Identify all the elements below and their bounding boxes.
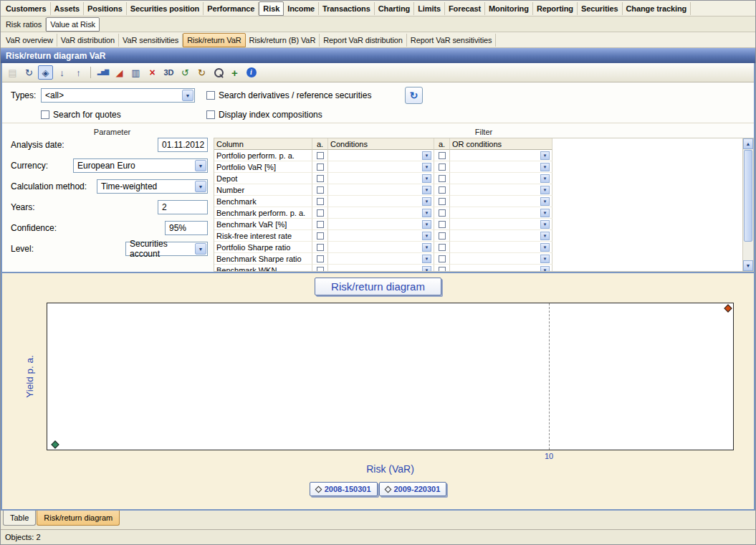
- or-checkbox[interactable]: [439, 221, 446, 228]
- calculation-method-select[interactable]: Time-weighted ▼: [97, 179, 208, 194]
- dropdown-arrow-icon[interactable]: ▼: [422, 209, 431, 217]
- rotate-icon[interactable]: ↺: [178, 65, 193, 80]
- types-select[interactable]: <all> ▼: [41, 88, 195, 103]
- and-checkbox[interactable]: [317, 255, 324, 262]
- condition-dropdown[interactable]: ▼: [328, 207, 434, 219]
- and-checkbox[interactable]: [317, 267, 324, 272]
- sort-ascending-icon[interactable]: ↑: [71, 65, 86, 80]
- risk-sub-tab[interactable]: Value at Risk: [46, 17, 100, 32]
- or-conditions-header[interactable]: OR conditions: [450, 138, 552, 150]
- confidence-input[interactable]: 95%: [165, 221, 208, 235]
- or-condition-dropdown[interactable]: ▼: [450, 150, 552, 161]
- condition-dropdown[interactable]: ▼: [328, 253, 434, 265]
- bottom-tab[interactable]: Table: [3, 511, 36, 526]
- conditions-header[interactable]: Conditions: [328, 138, 434, 150]
- dropdown-arrow-icon[interactable]: ▼: [422, 151, 431, 160]
- risk-sub-tab[interactable]: Risk ratios: [2, 18, 46, 31]
- bar-chart-icon[interactable]: ▂▅▇: [95, 65, 110, 80]
- and-checkbox[interactable]: [317, 232, 324, 240]
- info-icon[interactable]: i: [244, 65, 259, 80]
- and-header[interactable]: a.: [312, 138, 328, 150]
- dropdown-arrow-icon[interactable]: ▼: [540, 266, 550, 272]
- benchmark-chart-icon[interactable]: ◢: [112, 65, 127, 80]
- scrollbar-track[interactable]: [743, 242, 753, 260]
- dropdown-arrow-icon[interactable]: ▼: [540, 186, 550, 194]
- var-tab[interactable]: VaR distribution: [57, 34, 119, 47]
- dropdown-arrow-icon[interactable]: ▼: [540, 151, 550, 160]
- or-checkbox[interactable]: [439, 186, 446, 194]
- dropdown-arrow-icon[interactable]: ▼: [540, 163, 550, 171]
- dropdown-arrow-icon[interactable]: ▼: [540, 243, 550, 252]
- reset-view-icon[interactable]: ↻: [194, 65, 209, 80]
- dropdown-arrow-icon[interactable]: ▼: [422, 186, 431, 194]
- or-condition-dropdown[interactable]: ▼: [450, 184, 552, 196]
- menu-tab[interactable]: Change tracking: [623, 2, 692, 15]
- menu-tab[interactable]: Income: [284, 2, 319, 15]
- condition-dropdown[interactable]: ▼: [328, 219, 434, 230]
- or-condition-dropdown[interactable]: ▼: [450, 196, 552, 207]
- condition-dropdown[interactable]: ▼: [328, 184, 434, 196]
- chart-title-button[interactable]: Risk/return diagram: [315, 278, 441, 295]
- menu-tab[interactable]: Limits: [414, 2, 445, 15]
- menu-tab[interactable]: Risk: [259, 1, 284, 16]
- dropdown-arrow-icon[interactable]: ▼: [422, 232, 431, 240]
- and-checkbox[interactable]: [317, 198, 324, 205]
- run-search-button[interactable]: ↻: [405, 87, 423, 104]
- and-header-2[interactable]: a.: [434, 138, 450, 150]
- or-condition-dropdown[interactable]: ▼: [450, 242, 552, 253]
- data-point[interactable]: [724, 304, 732, 312]
- var-tab[interactable]: Risk/return (B) VaR: [246, 34, 320, 47]
- menu-tab[interactable]: Securities: [578, 2, 623, 15]
- dropdown-arrow-icon[interactable]: ▼: [422, 163, 431, 171]
- var-tab[interactable]: Report VaR sensitivities: [407, 34, 497, 47]
- dropdown-arrow-icon[interactable]: ▼: [540, 209, 550, 217]
- scroll-down-button[interactable]: ▼: [743, 260, 753, 271]
- or-checkbox[interactable]: [439, 175, 446, 182]
- var-tab[interactable]: Report VaR distribution: [320, 34, 407, 47]
- or-checkbox[interactable]: [439, 198, 446, 205]
- copy-icon[interactable]: ▤: [5, 65, 20, 80]
- var-tab[interactable]: VaR overview: [2, 34, 57, 47]
- dropdown-arrow-icon[interactable]: ▼: [195, 160, 206, 171]
- var-tab[interactable]: VaR sensitivities: [119, 34, 183, 47]
- or-checkbox[interactable]: [439, 267, 446, 272]
- dropdown-arrow-icon[interactable]: ▼: [195, 243, 206, 255]
- dropdown-arrow-icon[interactable]: ▼: [540, 232, 550, 240]
- menu-tab[interactable]: Assets: [51, 2, 84, 15]
- condition-dropdown[interactable]: ▼: [328, 150, 434, 161]
- or-condition-dropdown[interactable]: ▼: [450, 161, 552, 173]
- dropdown-arrow-icon[interactable]: ▼: [422, 220, 431, 229]
- condition-dropdown[interactable]: ▼: [328, 173, 434, 184]
- sort-descending-icon[interactable]: ↓: [54, 65, 70, 80]
- 2009-220301[interactable]: 2009-220301: [379, 482, 447, 496]
- dropdown-arrow-icon[interactable]: ▼: [422, 243, 431, 252]
- dropdown-arrow-icon[interactable]: ▼: [422, 197, 431, 206]
- and-checkbox[interactable]: [317, 175, 324, 182]
- condition-dropdown[interactable]: ▼: [328, 265, 434, 272]
- condition-dropdown[interactable]: ▼: [328, 196, 434, 207]
- scroll-up-button[interactable]: ▲: [743, 138, 753, 149]
- menu-tab[interactable]: Monitoring: [485, 2, 533, 15]
- condition-dropdown[interactable]: ▼: [328, 230, 434, 242]
- currency-select[interactable]: European Euro ▼: [73, 158, 208, 173]
- or-checkbox[interactable]: [439, 152, 446, 159]
- menu-tab[interactable]: Performance: [204, 2, 259, 15]
- index-compositions-checkbox[interactable]: [206, 110, 215, 119]
- search-derivatives-checkbox[interactable]: [206, 91, 215, 100]
- or-condition-dropdown[interactable]: ▼: [450, 207, 552, 219]
- or-condition-dropdown[interactable]: ▼: [450, 253, 552, 265]
- dropdown-arrow-icon[interactable]: ▼: [422, 255, 431, 263]
- dropdown-arrow-icon[interactable]: ▼: [540, 197, 550, 206]
- report-icon[interactable]: ▥: [128, 65, 143, 80]
- or-condition-dropdown[interactable]: ▼: [450, 219, 552, 230]
- menu-tab[interactable]: Transactions: [319, 2, 375, 15]
- dropdown-arrow-icon[interactable]: ▼: [182, 90, 193, 101]
- menu-tab[interactable]: Customers: [2, 2, 51, 15]
- or-condition-dropdown[interactable]: ▼: [450, 173, 552, 184]
- 2008-150301[interactable]: 2008-150301: [310, 482, 378, 496]
- refresh-icon[interactable]: ↻: [21, 65, 37, 80]
- menu-tab[interactable]: Positions: [84, 2, 127, 15]
- dropdown-arrow-icon[interactable]: ▼: [422, 266, 431, 272]
- and-checkbox[interactable]: [317, 164, 324, 171]
- or-checkbox[interactable]: [439, 164, 446, 171]
